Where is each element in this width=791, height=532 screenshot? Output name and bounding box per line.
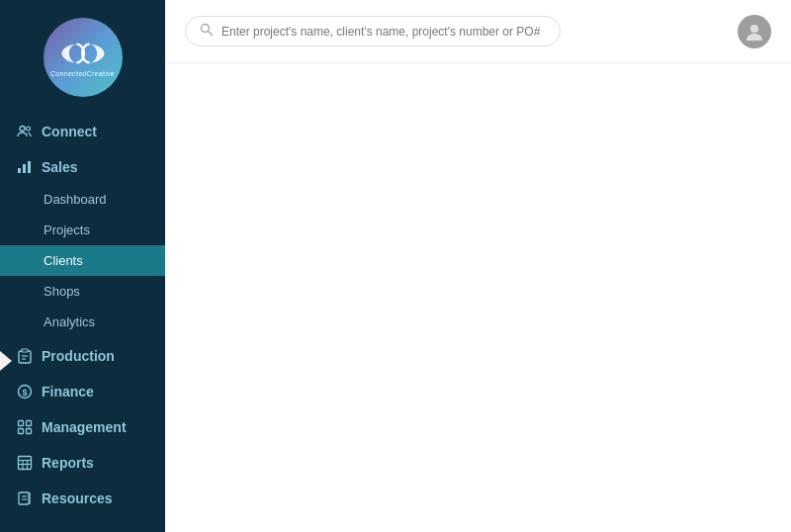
sidebar: ConnectedCreative Connect Sales Dashboar… xyxy=(0,0,165,532)
sidebar-item-management[interactable]: Management xyxy=(0,408,165,444)
section-arrow-indicator xyxy=(0,351,12,371)
svg-rect-15 xyxy=(19,457,32,470)
svg-rect-5 xyxy=(19,351,31,363)
svg-rect-11 xyxy=(19,421,24,426)
resources-label: Resources xyxy=(42,490,113,506)
sidebar-item-finance[interactable]: $ Finance xyxy=(0,373,165,408)
people-icon xyxy=(16,123,34,140)
search-input[interactable] xyxy=(221,25,546,39)
svg-rect-13 xyxy=(19,429,24,434)
sidebar-item-projects[interactable]: Projects xyxy=(0,215,165,245)
sidebar-item-analytics[interactable]: Analytics xyxy=(0,307,165,337)
svg-rect-4 xyxy=(28,161,31,173)
finance-label: Finance xyxy=(42,384,94,399)
logo-svg xyxy=(59,39,107,68)
svg-line-24 xyxy=(209,32,213,36)
table-icon xyxy=(16,454,34,472)
bar-chart-icon xyxy=(16,158,34,176)
svg-point-0 xyxy=(20,127,25,132)
grid-icon xyxy=(16,418,34,436)
topbar xyxy=(165,0,791,63)
svg-rect-12 xyxy=(27,421,32,426)
sidebar-item-production[interactable]: Production xyxy=(0,337,165,373)
logo-circle: ConnectedCreative xyxy=(44,18,123,97)
clipboard-icon xyxy=(16,347,34,365)
book-icon xyxy=(16,489,34,507)
svg-rect-6 xyxy=(22,349,28,352)
connect-label: Connect xyxy=(42,124,97,139)
logo-area: ConnectedCreative xyxy=(0,0,165,113)
page-body xyxy=(165,63,791,532)
sales-label: Sales xyxy=(42,159,78,175)
svg-rect-2 xyxy=(18,168,21,173)
reports-label: Reports xyxy=(42,455,94,471)
production-label: Production xyxy=(42,348,115,364)
svg-text:$: $ xyxy=(22,388,27,398)
logo-text: ConnectedCreative xyxy=(50,70,115,77)
avatar-inner xyxy=(738,15,771,48)
sidebar-item-reports[interactable]: Reports xyxy=(0,444,165,480)
sidebar-item-resources[interactable]: Resources xyxy=(0,480,165,515)
svg-rect-14 xyxy=(27,429,32,434)
svg-point-25 xyxy=(750,25,758,33)
svg-point-1 xyxy=(27,127,31,131)
main-content xyxy=(165,0,791,532)
dollar-icon: $ xyxy=(16,383,34,400)
avatar[interactable] xyxy=(738,15,771,48)
sidebar-item-connect[interactable]: Connect xyxy=(0,113,165,148)
sidebar-item-dashboard[interactable]: Dashboard xyxy=(0,184,165,215)
sidebar-item-clients[interactable]: Clients xyxy=(0,245,165,276)
search-bar[interactable] xyxy=(185,16,561,46)
search-icon xyxy=(200,23,214,40)
sidebar-item-sales[interactable]: Sales xyxy=(0,148,165,184)
svg-rect-3 xyxy=(23,164,26,173)
sidebar-item-shops[interactable]: Shops xyxy=(0,276,165,307)
management-label: Management xyxy=(42,419,127,435)
